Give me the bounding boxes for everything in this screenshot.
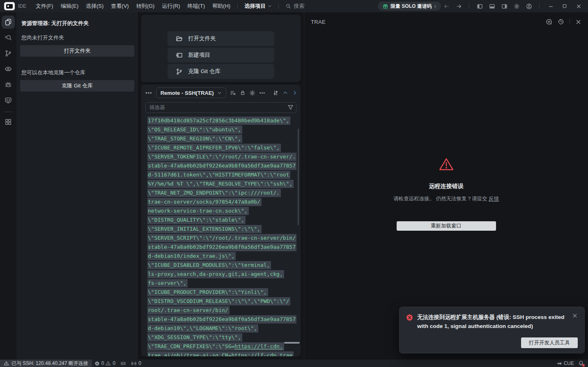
folder-plus-icon	[176, 52, 183, 59]
global-search[interactable]: 搜索	[282, 2, 308, 10]
git-branch-icon	[5, 50, 12, 57]
remote-target-dropdown[interactable]: Remote - SSH(TRAE)	[156, 87, 226, 98]
filter-settings-button[interactable]	[273, 89, 279, 97]
warning-count: 0	[113, 360, 115, 366]
vertical-scrollbar[interactable]	[298, 128, 299, 225]
feedback-link[interactable]: 反馈	[489, 196, 499, 202]
menu-view[interactable]: 查看(V)	[107, 2, 132, 11]
overflow-menu-icon[interactable]: •••	[145, 90, 152, 96]
welcome-open-folder-button[interactable]: 打开文件夹	[168, 31, 274, 46]
notification-body: 无法连接到远程扩展主机服务器 (错误: SSH process exited w…	[406, 313, 578, 331]
account-button[interactable]	[524, 1, 534, 11]
layout-right-icon	[501, 3, 508, 9]
more-actions-button[interactable]	[259, 89, 265, 97]
notification-badge	[582, 364, 585, 367]
welcome-new-project-button[interactable]: 新建项目	[168, 48, 274, 62]
chevron-down-icon	[217, 91, 222, 95]
menu-select[interactable]: 选择(S)	[82, 2, 107, 11]
history-icon	[558, 18, 564, 25]
broadcast-indicator[interactable]: 0	[129, 360, 144, 367]
open-devtools-button[interactable]: 打开开发人员工具	[521, 337, 578, 348]
explorer-title: 资源管理器: 无打开的文件夹	[21, 20, 133, 27]
activity-search[interactable]	[2, 31, 15, 44]
chevron-right-icon	[292, 90, 298, 96]
trae-close-button[interactable]	[575, 19, 581, 25]
open-folder-button[interactable]: 打开文件夹	[20, 45, 134, 57]
notifications-bell-button[interactable]	[578, 360, 584, 366]
ports-indicator[interactable]	[118, 360, 129, 367]
chevron-up-icon	[283, 90, 288, 96]
welcome-clone-git-button[interactable]: 克隆 Git 仓库	[168, 64, 274, 79]
problems-indicator[interactable]: 0 0	[92, 360, 118, 367]
menu-file[interactable]: 文件(F)	[32, 2, 57, 11]
menu-help[interactable]: 帮助(H)	[209, 2, 234, 11]
notification-toast: 无法连接到远程扩展主机服务器 (错误: SSH process exited w…	[399, 307, 585, 353]
welcome-open-folder-label: 打开文件夹	[188, 35, 216, 42]
window-maximize-button[interactable]	[558, 1, 571, 11]
explorer-empty-hint: 您尚未打开文件夹	[21, 34, 133, 41]
activity-remote-explorer[interactable]	[2, 94, 15, 107]
folder-open-icon	[176, 35, 183, 42]
chat-history-button[interactable]	[558, 18, 564, 25]
activity-preview[interactable]	[2, 62, 15, 76]
horizontal-scrollbar[interactable]	[284, 342, 300, 344]
titlebar: IDE 文件(F) 编辑(E) 选择(S) 查看(V) 转到(G) 运行(R) …	[0, 0, 588, 12]
broadcast-count: 0	[138, 360, 141, 366]
toggle-right-sidebar-button[interactable]	[499, 1, 510, 11]
menu-terminal[interactable]: 终端(T)	[184, 2, 209, 11]
eye-icon	[5, 65, 12, 73]
minimize-icon	[548, 4, 554, 9]
titlebar-divider	[237, 3, 238, 9]
extensions-icon	[5, 118, 12, 126]
nav-forward-button[interactable]	[453, 1, 464, 11]
search-filter-icon	[5, 34, 12, 41]
reload-window-button[interactable]: 重新加载窗口	[397, 221, 496, 231]
chat-plus-icon	[546, 18, 552, 25]
cue-indicator[interactable]: CUE	[556, 360, 574, 366]
terminal-output[interactable]: 17f10db418cd857a25cf2856c3b480bed9b418ad…	[147, 116, 296, 356]
menu-goto[interactable]: 转到(G)	[133, 2, 158, 11]
window-minimize-button[interactable]	[544, 1, 557, 11]
nav-back-button[interactable]	[441, 1, 452, 11]
broadcast-icon	[131, 361, 137, 366]
menu-run[interactable]: 运行(R)	[158, 2, 184, 11]
status-bar: 已与 SSH: 120.48.40.247 断开连接 0 0 0 CUE	[0, 360, 588, 367]
warning-count-icon	[106, 361, 111, 366]
remote-output-card: ••• Remote - SSH(TRAE) 17f10db418cd857a2…	[141, 85, 301, 356]
lock-scroll-button[interactable]	[240, 89, 246, 97]
settings-button[interactable]	[511, 1, 522, 11]
activity-explorer[interactable]	[2, 16, 15, 29]
warning-triangle-icon	[439, 157, 454, 171]
notification-close-button[interactable]	[572, 313, 578, 331]
clear-output-button[interactable]	[230, 89, 236, 97]
funnel-icon[interactable]	[287, 104, 294, 110]
search-label: 搜索	[294, 2, 304, 10]
notification-message: 无法连接到远程扩展主机服务器 (错误: SSH process exited w…	[417, 313, 565, 331]
new-chat-button[interactable]	[546, 18, 552, 25]
window-close-button[interactable]	[572, 1, 585, 11]
activity-debug[interactable]	[2, 78, 15, 91]
remote-status-indicator[interactable]: 已与 SSH: 120.48.40.247 断开连接	[0, 360, 92, 367]
welcome-new-project-label: 新建项目	[188, 51, 210, 59]
expand-right-button[interactable]	[292, 89, 298, 97]
filter-input[interactable]	[145, 102, 296, 113]
menu-edit[interactable]: 编辑(E)	[57, 2, 82, 11]
toggle-left-sidebar-button[interactable]	[474, 1, 485, 11]
app-logo[interactable]	[4, 2, 15, 10]
project-selector[interactable]: 选择项目	[241, 2, 275, 10]
solo-invite-badge[interactable]: 限量 SOLO 邀请码 ›	[378, 2, 441, 11]
activity-source-control[interactable]	[2, 47, 15, 60]
gear-icon	[249, 90, 255, 96]
error-description: 请检查远程连接。 仍然无法恢复？请提交 反馈	[393, 195, 499, 202]
output-settings-button[interactable]	[249, 89, 255, 97]
warning-triangle-icon	[4, 361, 9, 366]
clone-repo-button[interactable]: 克隆 Git 仓库	[20, 80, 134, 92]
titlebar-divider	[278, 3, 279, 9]
collapse-panel-button[interactable]	[283, 89, 288, 97]
toggle-bottom-panel-button[interactable]	[487, 1, 497, 11]
trae-header-actions	[546, 18, 581, 25]
layout-bottom-icon	[489, 3, 495, 9]
git-branch-icon	[176, 68, 183, 75]
activity-extensions[interactable]	[2, 115, 15, 128]
remote-status-label: 已与 SSH: 120.48.40.247 断开连接	[11, 360, 88, 367]
